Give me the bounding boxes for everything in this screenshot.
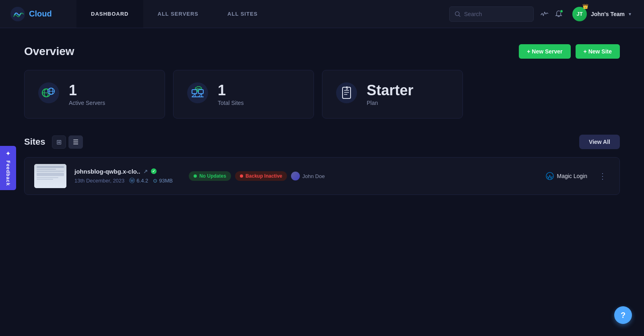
external-link-icon[interactable]: ↗: [143, 168, 148, 174]
new-site-button[interactable]: + New Site: [576, 44, 620, 59]
logo[interactable]: Cloud: [0, 6, 76, 22]
site-badges: No Updates Backup Inactive John Doe: [189, 171, 325, 181]
crown-icon: 👑: [582, 4, 588, 9]
logo-icon: [10, 6, 26, 22]
page-title: Overview: [24, 45, 74, 58]
plan-name: Starter: [367, 82, 413, 98]
grid-view-button[interactable]: ⊞: [52, 135, 66, 149]
sites-stat-info: 1 Total Sites: [218, 82, 244, 107]
database-size: ⊙ 93MB: [153, 178, 173, 184]
site-name: johnsblog-qwbg.x-clo.. ↗: [74, 168, 173, 175]
plan-stat-info: Starter Plan: [367, 82, 413, 107]
magic-login-button[interactable]: Magic Login: [546, 172, 588, 180]
svg-point-18: [336, 82, 357, 103]
grid-icon: ⊞: [56, 139, 62, 145]
search-icon: [454, 11, 461, 17]
chevron-down-icon: ▾: [629, 11, 631, 17]
backup-inactive-badge: Backup Inactive: [235, 171, 287, 181]
activity-icon: [540, 10, 548, 18]
site-user-badge: John Doe: [291, 172, 325, 180]
plan-icon: $: [335, 82, 358, 107]
action-buttons: + New Server + New Site: [519, 44, 620, 59]
nav-link-all-sites[interactable]: ALL SITES: [213, 0, 272, 28]
servers-icon: [37, 82, 60, 107]
site-meta: 13th December, 2023 ⓦ 6.4.2 ⊙ 93MB: [74, 177, 173, 184]
site-info: johnsblog-qwbg.x-clo.. ↗ 13th December, …: [74, 168, 173, 184]
wordpress-icon: ⓦ: [129, 177, 135, 184]
team-name: John's Team: [591, 11, 625, 17]
backup-inactive-dot: [240, 174, 243, 178]
wordpress-version: ⓦ 6.4.2: [129, 177, 148, 184]
nav-link-all-servers[interactable]: ALL SERVERS: [143, 0, 213, 28]
search-input[interactable]: [464, 11, 528, 17]
feedback-label: ✦ Feedback: [5, 150, 11, 186]
sites-label: Total Sites: [218, 100, 244, 106]
help-button[interactable]: ?: [614, 306, 632, 324]
sites-icon: [186, 82, 209, 107]
nav-links: DASHBOARD ALL SERVERS ALL SITES: [76, 0, 272, 28]
plan-label: Plan: [367, 100, 413, 106]
list-view-button[interactable]: ☰: [68, 135, 83, 149]
servers-count: 1: [69, 82, 105, 98]
wordpress-logo-icon: [546, 172, 554, 180]
stat-card-plan: $ Starter Plan: [322, 70, 463, 119]
svg-text:$: $: [346, 86, 348, 90]
site-date: 13th December, 2023: [74, 178, 124, 184]
main-content: Overview + New Server + New Site 1: [0, 28, 644, 211]
sites-count: 1: [218, 82, 244, 98]
user-menu[interactable]: JT 👑 John's Team ▾: [569, 5, 634, 23]
new-server-button[interactable]: + New Server: [519, 44, 570, 59]
nav-link-dashboard[interactable]: DASHBOARD: [76, 0, 143, 28]
stat-card-sites: 1 Total Sites: [173, 70, 314, 119]
site-actions: Magic Login ⋮: [546, 170, 610, 182]
logo-text: Cloud: [29, 9, 52, 18]
more-options-button[interactable]: ⋮: [595, 170, 610, 182]
avatar: JT 👑: [572, 7, 587, 21]
no-updates-badge: No Updates: [189, 171, 231, 181]
list-icon: ☰: [73, 139, 78, 145]
activity-icon-button[interactable]: [540, 10, 548, 18]
servers-label: Active Servers: [69, 100, 105, 106]
view-all-button[interactable]: View All: [579, 135, 620, 149]
search-box[interactable]: [449, 6, 534, 22]
stat-cards: 1 Active Servers: [24, 70, 620, 119]
database-icon: ⊙: [153, 178, 157, 184]
servers-stat-info: 1 Active Servers: [69, 82, 105, 107]
site-row: johnsblog-qwbg.x-clo.. ↗ 13th December, …: [24, 157, 620, 195]
stat-card-servers: 1 Active Servers: [24, 70, 165, 119]
nav-right: JT 👑 John's Team ▾: [449, 5, 644, 23]
svg-point-9: [187, 82, 208, 103]
notification-dot: [560, 10, 563, 13]
user-avatar-small: [291, 172, 300, 180]
site-active-status: [151, 168, 157, 174]
navbar: Cloud DASHBOARD ALL SERVERS ALL SITES: [0, 0, 644, 28]
no-updates-dot: [194, 174, 197, 178]
view-toggle: ⊞ ☰: [52, 135, 83, 149]
overview-header: Overview + New Server + New Site: [24, 44, 620, 59]
feedback-tab[interactable]: ✦ Feedback: [0, 146, 16, 190]
site-thumbnail-image: [34, 164, 66, 188]
notifications-icon-button[interactable]: [555, 10, 563, 18]
sites-header: Sites ⊞ ☰ View All: [24, 135, 620, 149]
site-thumbnail: [34, 164, 66, 188]
sites-title: Sites: [24, 137, 45, 147]
